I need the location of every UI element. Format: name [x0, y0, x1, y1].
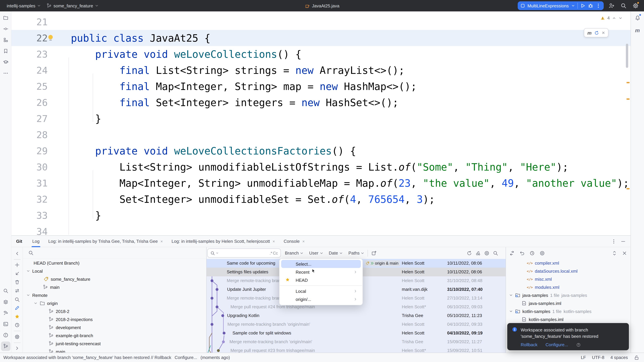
status-message[interactable]: Workspace associated with branch 'some_f… [3, 355, 171, 360]
settings-button[interactable] [631, 1, 640, 10]
branch-item-example-git-branch[interactable]: example-git-branch [23, 332, 206, 340]
lock-icon[interactable] [634, 355, 639, 360]
chevron-down-icon[interactable] [571, 4, 575, 8]
open-new-log-tab-icon[interactable] [371, 251, 376, 256]
tool-stripe-bookmark[interactable] [1, 46, 10, 56]
maven-tool-button[interactable]: m [633, 26, 642, 35]
git-tab[interactable]: Log [32, 236, 40, 247]
tool-stripe-grad-cap[interactable] [1, 57, 10, 67]
git-strip-chevron-right[interactable] [12, 345, 21, 352]
history-icon[interactable] [530, 250, 535, 256]
code-line[interactable]: 33 } [12, 207, 630, 223]
next-problem-icon[interactable] [618, 16, 622, 20]
menu-item-origin-[interactable]: origin/... [281, 295, 361, 303]
code-line[interactable]: 30 List<String> unmodifiableListOfString… [12, 159, 630, 175]
git-tab[interactable]: Log: in intellij-samples by Trisha Gee, … [48, 236, 164, 247]
git-strip-search[interactable] [12, 296, 21, 303]
code-line[interactable]: 32 Set<Integer> unmodifiableSet = Set.of… [12, 191, 630, 207]
code-line[interactable]: 22public class JavaAt25 { [12, 30, 630, 46]
close-tab-icon[interactable]: × [302, 239, 305, 244]
close-tab-icon[interactable]: × [160, 239, 163, 244]
close-icon[interactable]: ✕ [602, 30, 605, 35]
maven-reload-widget[interactable]: m ✕ [584, 28, 608, 37]
tool-stripe-structure[interactable] [1, 35, 10, 45]
tool-stripe-project-folder[interactable] [1, 13, 10, 22]
tool-stripe-commit[interactable] [1, 24, 10, 33]
filter-user[interactable]: User [309, 251, 323, 256]
more-run-options-icon[interactable] [596, 3, 601, 8]
git-strip-trash[interactable] [12, 279, 21, 286]
preview-diff-icon[interactable] [540, 250, 545, 256]
menu-item-local[interactable]: Local [281, 287, 361, 295]
close-icon[interactable] [622, 250, 627, 256]
code-line[interactable]: 27 } [12, 110, 630, 127]
branch-item-2018-2[interactable]: 2018-2 [23, 307, 206, 315]
warning-stripe-mark[interactable] [626, 188, 630, 189]
branch-item-junit-testing-screencast[interactable]: junit-testing-screencast [23, 340, 206, 348]
file-row-misc-xml[interactable]: </>misc.xml [506, 275, 630, 283]
close-tab-icon[interactable]: × [272, 239, 275, 244]
hide-panel-icon[interactable] [620, 239, 626, 244]
vcs-branch-widget[interactable]: some_fancy_feature [44, 2, 101, 9]
tool-stripe-layers[interactable] [1, 297, 10, 307]
filter-branch[interactable]: Branch [285, 251, 304, 256]
warning-stripe-mark[interactable] [626, 82, 630, 83]
git-strip-star[interactable] [12, 313, 21, 320]
branch-search-field[interactable] [23, 247, 206, 259]
code-with-me-button[interactable] [607, 1, 616, 10]
git-strip-plus[interactable] [12, 262, 21, 268]
encoding-selector[interactable]: UTF-8 [592, 355, 604, 360]
refresh-icon[interactable] [466, 250, 472, 256]
file-row-kotlin-samples-iml[interactable]: kotlin-samples.iml [506, 315, 630, 323]
git-strip-clock[interactable] [12, 322, 21, 329]
project-widget[interactable]: intellij-samples [5, 2, 43, 9]
commit-row[interactable]: Merge pull request #23 from trishagee/ma… [206, 346, 506, 353]
commit-row[interactable]: Sample code for split windowsHelen Scott… [206, 329, 506, 338]
tool-stripe-hammer[interactable] [1, 308, 10, 318]
filter-paths[interactable]: Paths [348, 251, 365, 256]
regex-toggle[interactable]: .* [270, 251, 272, 255]
indent-selector[interactable]: 4 spaces [610, 355, 628, 360]
commit-row[interactable]: Merge remote-tracking branch 'origin/mai… [206, 320, 506, 329]
branch-item-some-fancy-feature[interactable]: some_fancy_feature [23, 275, 206, 283]
branch-item-head-current-branch-[interactable]: HEAD (Current Branch) [23, 259, 206, 267]
match-case-toggle[interactable]: Cc [273, 251, 278, 255]
file-row-datasources-local-xml[interactable]: </>dataSources.local.xml [506, 267, 630, 275]
code-editor[interactable]: 2122public class JavaAt25 {23 private vo… [12, 11, 630, 235]
prev-problem-icon[interactable] [612, 16, 616, 20]
rollback-link[interactable]: Rollback [521, 342, 538, 347]
warning-stripe-mark[interactable] [626, 98, 630, 100]
view-options-icon[interactable] [484, 250, 490, 256]
inspections-widget[interactable]: 4 [600, 15, 622, 20]
git-strip-pencil[interactable] [12, 305, 21, 311]
status-configure-link[interactable]: Configure... [174, 355, 197, 360]
intention-bulb-icon[interactable] [48, 35, 53, 41]
expand-collapse-icon[interactable] [612, 250, 617, 256]
menu-item-select-[interactable]: Select... [281, 260, 361, 268]
help-icon[interactable] [576, 342, 581, 347]
editor-scrollbar[interactable] [626, 44, 628, 68]
code-line[interactable]: 25 final Map<Integer, String> map = new … [12, 78, 630, 94]
file-row-java-samples-iml[interactable]: java-samples.iml [506, 299, 630, 307]
branch-item-2018-2-inspections[interactable]: 2018-2-inspections [23, 315, 206, 323]
file-row-compiler-xml[interactable]: </>compiler.xml [506, 259, 630, 267]
code-line[interactable]: 29 private void weLoveCollectionsFactori… [12, 143, 630, 159]
file-row-kotlin-samples[interactable]: kotlin-samples1 filekotlin-samples [506, 307, 630, 315]
code-line[interactable]: 31 Map<Integer, String> unmodifiableMap … [12, 175, 630, 191]
code-line[interactable]: 23 private void weLoveCollections() { [12, 46, 630, 62]
commit-row[interactable]: Upgrading KotlinTrisha Gee05/10/2022, 11… [206, 311, 506, 320]
menu-item-recent[interactable]: Recent [281, 268, 361, 276]
git-strip-arrow-dl[interactable] [12, 270, 21, 277]
search-everywhere-button[interactable] [619, 1, 628, 10]
log-search-input[interactable]: .* Cc [207, 249, 281, 258]
notifications-button[interactable] [633, 13, 642, 22]
tool-stripe-git-branch[interactable] [1, 342, 10, 351]
git-strip-swap[interactable] [12, 288, 21, 294]
code-line[interactable]: 34 [12, 223, 630, 235]
compare-icon[interactable] [509, 250, 515, 256]
branch-item-origin[interactable]: origin [23, 299, 206, 307]
menu-item-head[interactable]: HEAD [281, 276, 361, 284]
line-ending-selector[interactable]: LF [581, 355, 586, 360]
reload-icon[interactable] [594, 30, 599, 35]
branch-item-local[interactable]: Local [23, 267, 206, 275]
